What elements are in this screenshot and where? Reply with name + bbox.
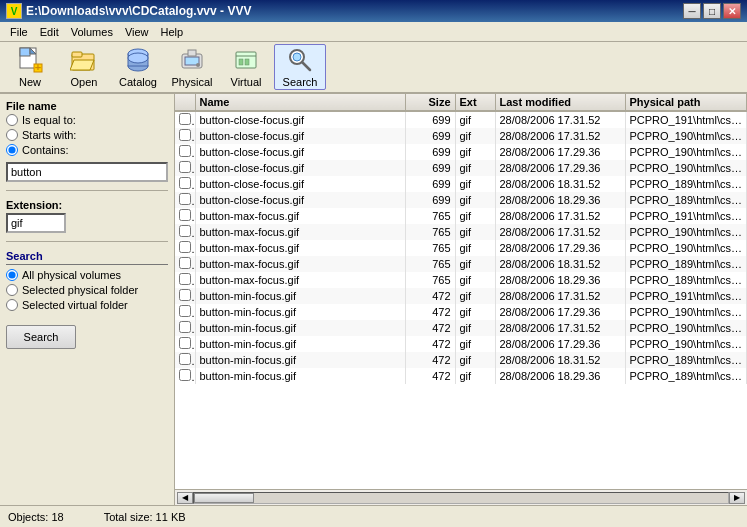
radio-all-physical[interactable] [6,269,18,281]
cell-path: PCPRO_189\html\css\themes\spre [625,256,747,272]
row-checkbox[interactable] [179,369,191,381]
close-button[interactable]: ✕ [723,3,741,19]
table-row[interactable]: button-min-focus.gif472gif28/08/2006 18.… [175,352,747,368]
radio-sel-virtual[interactable] [6,299,18,311]
svg-rect-1 [20,48,30,56]
extension-input[interactable] [6,213,66,233]
cell-path: PCPRO_189\html\css\themes\alph [625,368,747,384]
row-checkbox[interactable] [179,353,191,365]
toolbar-search-button[interactable]: Search [274,44,326,90]
row-checkbox[interactable] [179,225,191,237]
minimize-button[interactable]: ─ [683,3,701,19]
horizontal-scrollbar[interactable]: ◀ ▶ [175,489,747,505]
table-row[interactable]: button-min-focus.gif472gif28/08/2006 17.… [175,304,747,320]
table-row[interactable]: button-max-focus.gif765gif28/08/2006 17.… [175,240,747,256]
row-checkbox[interactable] [179,257,191,269]
menu-view[interactable]: View [119,25,155,39]
toolbar-open-button[interactable]: Open [58,44,110,90]
row-checkbox[interactable] [179,161,191,173]
radio-contains[interactable] [6,144,18,156]
menu-help[interactable]: Help [155,25,190,39]
cell-size: 765 [405,272,455,288]
radio-all-physical-label[interactable]: All physical volumes [6,269,168,281]
col-header-name[interactable]: Name [195,94,405,111]
col-header-modified[interactable]: Last modified [495,94,625,111]
radio-sel-virtual-label[interactable]: Selected virtual folder [6,299,168,311]
row-checkbox[interactable] [179,193,191,205]
radio-contains-label[interactable]: Contains: [6,144,168,156]
table-row[interactable]: button-min-focus.gif472gif28/08/2006 17.… [175,288,747,304]
cell-name: button-min-focus.gif [195,320,405,336]
search-button[interactable]: Search [6,325,76,349]
table-row[interactable]: button-close-focus.gif699gif28/08/2006 1… [175,128,747,144]
radio-sel-physical-label[interactable]: Selected physical folder [6,284,168,296]
radio-starts[interactable] [6,129,18,141]
radio-equal[interactable] [6,114,18,126]
col-header-check[interactable] [175,94,195,111]
cell-size: 699 [405,192,455,208]
file-table-scroll[interactable]: Name Size Ext Last modified Physical pat… [175,94,747,489]
row-checkbox[interactable] [179,209,191,221]
cell-ext: gif [455,256,495,272]
table-row[interactable]: button-max-focus.gif765gif28/08/2006 17.… [175,224,747,240]
cell-path: PCPRO_190\html\css\themes\alph [625,160,747,176]
maximize-button[interactable]: □ [703,3,721,19]
menu-file[interactable]: File [4,25,34,39]
table-row[interactable]: button-close-focus.gif699gif28/08/2006 1… [175,192,747,208]
row-checkbox[interactable] [179,129,191,141]
toolbar-virtual-label: Virtual [231,76,262,88]
radio-starts-label[interactable]: Starts with: [6,129,168,141]
cell-modified: 28/08/2006 17.31.52 [495,288,625,304]
cell-modified: 28/08/2006 17.31.52 [495,111,625,128]
radio-equal-text: Is equal to: [22,114,76,126]
row-checkbox[interactable] [179,177,191,189]
table-row[interactable]: button-min-focus.gif472gif28/08/2006 17.… [175,336,747,352]
title-bar: V E:\Downloads\vvv\CDCatalog.vvv - VVV ─… [0,0,747,22]
table-row[interactable]: button-close-focus.gif699gif28/08/2006 1… [175,160,747,176]
scroll-right-arrow[interactable]: ▶ [729,492,745,504]
row-checkbox[interactable] [179,305,191,317]
scroll-track[interactable] [193,492,729,504]
cell-name: button-min-focus.gif [195,304,405,320]
table-row[interactable]: button-max-focus.gif765gif28/08/2006 18.… [175,272,747,288]
table-row[interactable]: button-close-focus.gif699gif28/08/2006 1… [175,144,747,160]
cell-path: PCPRO_189\html\css\themes\spre [625,352,747,368]
menu-edit[interactable]: Edit [34,25,65,39]
col-header-ext[interactable]: Ext [455,94,495,111]
cell-modified: 28/08/2006 18.29.36 [495,272,625,288]
row-checkbox[interactable] [179,337,191,349]
row-checkbox[interactable] [179,145,191,157]
svg-text:+: + [35,61,41,73]
table-row[interactable]: button-close-focus.gif699gif28/08/2006 1… [175,176,747,192]
scroll-thumb[interactable] [194,493,254,503]
svg-rect-14 [188,50,196,56]
filename-input[interactable] [6,162,168,182]
cell-modified: 28/08/2006 17.29.36 [495,160,625,176]
row-checkbox[interactable] [179,113,191,125]
table-row[interactable]: button-min-focus.gif472gif28/08/2006 17.… [175,320,747,336]
cell-size: 472 [405,288,455,304]
scroll-left-arrow[interactable]: ◀ [177,492,193,504]
left-panel: File name Is equal to: Starts with: Cont… [0,94,175,505]
row-checkbox[interactable] [179,241,191,253]
table-row[interactable]: button-max-focus.gif765gif28/08/2006 17.… [175,208,747,224]
cell-modified: 28/08/2006 18.29.36 [495,368,625,384]
radio-sel-physical[interactable] [6,284,18,296]
table-row[interactable]: button-max-focus.gif765gif28/08/2006 18.… [175,256,747,272]
toolbar-physical-button[interactable]: Physical [166,44,218,90]
row-checkbox[interactable] [179,273,191,285]
table-row[interactable]: button-close-focus.gif699gif28/08/2006 1… [175,111,747,128]
radio-equal-label[interactable]: Is equal to: [6,114,168,126]
cell-size: 472 [405,304,455,320]
file-table-body: button-close-focus.gif699gif28/08/2006 1… [175,111,747,384]
toolbar-virtual-button[interactable]: Virtual [220,44,272,90]
table-row[interactable]: button-min-focus.gif472gif28/08/2006 18.… [175,368,747,384]
cell-path: PCPRO_191\html\css\themes\alph [625,208,747,224]
row-checkbox[interactable] [179,321,191,333]
menu-volumes[interactable]: Volumes [65,25,119,39]
toolbar-new-button[interactable]: + New [4,44,56,90]
toolbar-catalog-button[interactable]: Catalog [112,44,164,90]
col-header-path[interactable]: Physical path [625,94,747,111]
row-checkbox[interactable] [179,289,191,301]
col-header-size[interactable]: Size [405,94,455,111]
